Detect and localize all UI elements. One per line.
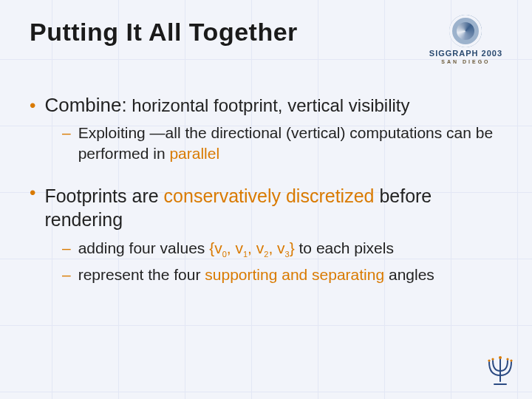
bullet-2-sub-1: – adding four values {v0, v1, v2, v3} to… xyxy=(62,238,502,260)
b2-pre: Footprints are xyxy=(44,185,163,206)
dash-icon: – xyxy=(62,265,71,285)
svg-point-2 xyxy=(510,359,512,361)
svg-point-1 xyxy=(488,359,490,361)
b2s2-pre: represent the four xyxy=(78,266,205,283)
bullet-1-sub-1: – Exploiting —all the directional (verti… xyxy=(62,123,502,165)
b2s2-text: represent the four supporting and separa… xyxy=(78,265,434,285)
b2s2-highlight: supporting and separating xyxy=(205,266,384,283)
b2s1-vset: {v0, v1, v2, v3} xyxy=(209,239,295,256)
bullet-1-sub-1-text: Exploiting —all the directional (vertica… xyxy=(78,123,502,165)
bullet-2-line: • Footprints are conservatively discreti… xyxy=(30,184,502,232)
swirl-icon xyxy=(449,15,482,47)
b2s1-post: to each pixels xyxy=(295,239,394,256)
bullet-dot-icon: • xyxy=(30,184,35,232)
bullet-1-rest: horizontal footprint, vertical visibilit… xyxy=(127,95,410,115)
bullet-1: • Combine: horizontal footprint, vertica… xyxy=(30,94,502,165)
svg-point-0 xyxy=(499,356,502,359)
bullet-dot-icon: • xyxy=(30,97,35,115)
slide: Putting It All Together SIGGRAPH 2003 SA… xyxy=(0,0,532,399)
slide-body: • Combine: horizontal footprint, vertica… xyxy=(30,94,502,285)
bullet-2-subs: – adding four values {v0, v1, v2, v3} to… xyxy=(62,238,502,285)
bullet-2-text: Footprints are conservatively discretize… xyxy=(44,184,488,232)
bullet-1-line: • Combine: horizontal footprint, vertica… xyxy=(30,94,502,117)
b2-highlight: conservatively discretized xyxy=(164,185,375,206)
bullet-1-lead: Combine: xyxy=(44,94,126,116)
logo-text-secondary: SAN DIEGO xyxy=(441,59,490,64)
dash-icon: – xyxy=(62,123,71,165)
bullet-1-text: Combine: horizontal footprint, vertical … xyxy=(44,94,409,117)
b1s1-highlight: parallel xyxy=(169,145,219,162)
svg-point-3 xyxy=(491,358,494,360)
bullet-2-sub-2: – represent the four supporting and sepa… xyxy=(62,265,502,285)
siggraph-logo: SIGGRAPH 2003 SAN DIEGO xyxy=(429,15,502,64)
b2s1-text: adding four values {v0, v1, v2, v3} to e… xyxy=(78,238,394,260)
menorah-icon xyxy=(482,352,519,389)
b1s1-mid: — xyxy=(150,124,166,141)
bullet-2: • Footprints are conservatively discreti… xyxy=(30,184,502,285)
dash-icon: – xyxy=(62,238,71,260)
logo-text-primary: SIGGRAPH 2003 xyxy=(429,49,502,58)
header-row: Putting It All Together SIGGRAPH 2003 SA… xyxy=(30,18,502,64)
b1s1-pre: Exploiting xyxy=(78,124,150,141)
b2s2-post: angles xyxy=(384,266,434,283)
slide-title: Putting It All Together xyxy=(30,18,298,47)
b2s1-pre: adding four values xyxy=(78,239,209,256)
bullet-1-subs: – Exploiting —all the directional (verti… xyxy=(62,123,502,165)
svg-point-4 xyxy=(506,358,508,360)
